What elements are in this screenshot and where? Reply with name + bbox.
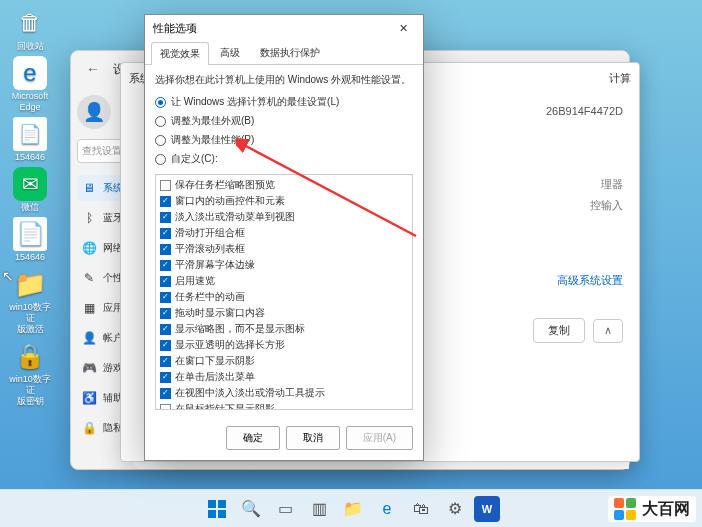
system-title-2: 计算 bbox=[609, 71, 631, 86]
lock-folder-icon[interactable]: 🔒win10数字证 版密钥 bbox=[6, 339, 54, 407]
widgets-icon[interactable]: ▥ bbox=[304, 494, 334, 524]
checkbox-icon bbox=[160, 404, 171, 411]
desktop-icons: 🗑回收站 eMicrosoft Edge 📄154646 ✉微信 📄154646… bbox=[0, 0, 60, 527]
check-label: 显示亚透明的选择长方形 bbox=[175, 338, 285, 352]
checkbox-icon bbox=[160, 228, 171, 239]
edge-taskbar-icon[interactable]: e bbox=[372, 494, 402, 524]
radio-label: 调整为最佳外观(B) bbox=[171, 114, 254, 128]
recycle-bin-icon[interactable]: 🗑回收站 bbox=[6, 6, 54, 52]
perf-check-10[interactable]: 显示亚透明的选择长方形 bbox=[158, 337, 410, 353]
checkbox-icon bbox=[160, 244, 171, 255]
radio-icon bbox=[155, 97, 166, 108]
svg-rect-2 bbox=[218, 500, 226, 508]
radio-icon bbox=[155, 116, 166, 127]
check-label: 启用速览 bbox=[175, 274, 215, 288]
edge-label: Microsoft Edge bbox=[12, 91, 49, 113]
perf-radio-2[interactable]: 调整为最佳性能(P) bbox=[155, 133, 413, 147]
check-label: 拖动时显示窗口内容 bbox=[175, 306, 265, 320]
word-taskbar-icon[interactable]: W bbox=[474, 496, 500, 522]
task-view-icon[interactable]: ▭ bbox=[270, 494, 300, 524]
radio-label: 让 Windows 选择计算机的最佳设置(L) bbox=[171, 95, 339, 109]
expand-chevron-button[interactable]: ∧ bbox=[593, 319, 623, 343]
recycle-bin-label: 回收站 bbox=[17, 41, 44, 52]
back-button[interactable]: ← bbox=[81, 57, 105, 81]
start-button[interactable] bbox=[202, 494, 232, 524]
radio-label: 调整为最佳性能(P) bbox=[171, 133, 254, 147]
check-label: 保存任务栏缩略图预览 bbox=[175, 178, 275, 192]
perf-content: 选择你想在此计算机上使用的 Windows 外观和性能设置。 让 Windows… bbox=[145, 65, 423, 418]
perf-check-2[interactable]: 淡入淡出或滑动菜单到视图 bbox=[158, 209, 410, 225]
perf-check-8[interactable]: 拖动时显示窗口内容 bbox=[158, 305, 410, 321]
check-label: 窗口内的动画控件和元素 bbox=[175, 194, 285, 208]
cancel-button[interactable]: 取消 bbox=[286, 426, 340, 450]
perf-check-11[interactable]: 在窗口下显示阴影 bbox=[158, 353, 410, 369]
perf-description: 选择你想在此计算机上使用的 Windows 外观和性能设置。 bbox=[155, 73, 413, 87]
check-label: 在单击后淡出菜单 bbox=[175, 370, 255, 384]
wechat-label: 微信 bbox=[21, 202, 39, 213]
perf-tab-1[interactable]: 高级 bbox=[211, 41, 249, 64]
perf-radio-0[interactable]: 让 Windows 选择计算机的最佳设置(L) bbox=[155, 95, 413, 109]
nav-icon: 👤 bbox=[81, 330, 97, 346]
perf-close-button[interactable]: ✕ bbox=[391, 19, 415, 37]
checkbox-icon bbox=[160, 388, 171, 399]
check-label: 在视图中淡入淡出或滑动工具提示 bbox=[175, 386, 325, 400]
perf-radio-1[interactable]: 调整为最佳外观(B) bbox=[155, 114, 413, 128]
store-icon[interactable]: 🛍 bbox=[406, 494, 436, 524]
perf-check-14[interactable]: 在鼠标指针下显示阴影 bbox=[158, 401, 410, 410]
search-icon[interactable]: 🔍 bbox=[236, 494, 266, 524]
settings-taskbar-icon[interactable]: ⚙ bbox=[440, 494, 470, 524]
perf-check-13[interactable]: 在视图中淡入淡出或滑动工具提示 bbox=[158, 385, 410, 401]
copy-button[interactable]: 复制 bbox=[533, 318, 585, 343]
perf-checklist[interactable]: 保存任务栏缩略图预览窗口内的动画控件和元素淡入淡出或滑动菜单到视图滑动打开组合框… bbox=[155, 174, 413, 410]
user-avatar[interactable]: 👤 bbox=[77, 95, 111, 129]
perf-check-5[interactable]: 平滑屏幕字体边缘 bbox=[158, 257, 410, 273]
watermark-text: 大百网 bbox=[642, 499, 690, 520]
checkbox-icon bbox=[160, 276, 171, 287]
radio-icon bbox=[155, 154, 166, 165]
perf-check-4[interactable]: 平滑滚动列表框 bbox=[158, 241, 410, 257]
mouse-cursor-icon: ↖ bbox=[2, 268, 14, 284]
wechat-icon[interactable]: ✉微信 bbox=[6, 167, 54, 213]
check-label: 任务栏中的动画 bbox=[175, 290, 245, 304]
perf-check-1[interactable]: 窗口内的动画控件和元素 bbox=[158, 193, 410, 209]
perf-check-6[interactable]: 启用速览 bbox=[158, 273, 410, 289]
edge-browser-icon[interactable]: eMicrosoft Edge bbox=[6, 56, 54, 113]
perf-tabs: 视觉效果高级数据执行保护 bbox=[145, 41, 423, 65]
file-icon-1[interactable]: 📄154646 bbox=[6, 117, 54, 163]
checkbox-icon bbox=[160, 292, 171, 303]
radio-icon bbox=[155, 135, 166, 146]
nav-icon: ▦ bbox=[81, 300, 97, 316]
checkbox-icon bbox=[160, 372, 171, 383]
perf-check-9[interactable]: 显示缩略图，而不是显示图标 bbox=[158, 321, 410, 337]
check-label: 在窗口下显示阴影 bbox=[175, 354, 255, 368]
perf-tab-0[interactable]: 视觉效果 bbox=[151, 42, 209, 65]
svg-rect-1 bbox=[208, 500, 216, 508]
apply-button[interactable]: 应用(A) bbox=[346, 426, 413, 450]
file-icon-2[interactable]: 📄154646 bbox=[6, 217, 54, 263]
nav-icon: 🎮 bbox=[81, 360, 97, 376]
check-label: 在鼠标指针下显示阴影 bbox=[175, 402, 275, 410]
perf-check-7[interactable]: 任务栏中的动画 bbox=[158, 289, 410, 305]
explorer-icon[interactable]: 📁 bbox=[338, 494, 368, 524]
advanced-system-settings-link[interactable]: 高级系统设置 bbox=[557, 274, 623, 286]
checkbox-icon bbox=[160, 356, 171, 367]
check-label: 滑动打开组合框 bbox=[175, 226, 245, 240]
perf-tab-2[interactable]: 数据执行保护 bbox=[251, 41, 329, 64]
nav-icon: 🔒 bbox=[81, 420, 97, 436]
perf-title: 性能选项 bbox=[153, 21, 197, 36]
perf-check-0[interactable]: 保存任务栏缩略图预览 bbox=[158, 177, 410, 193]
perf-check-3[interactable]: 滑动打开组合框 bbox=[158, 225, 410, 241]
check-label: 淡入淡出或滑动菜单到视图 bbox=[175, 210, 295, 224]
folder-label-1: win10数字证 版激活 bbox=[6, 302, 54, 335]
performance-options-dialog: 性能选项 ✕ 视觉效果高级数据执行保护 选择你想在此计算机上使用的 Window… bbox=[144, 14, 424, 461]
radio-label: 自定义(C): bbox=[171, 152, 218, 166]
check-label: 显示缩略图，而不是显示图标 bbox=[175, 322, 305, 336]
perf-check-12[interactable]: 在单击后淡出菜单 bbox=[158, 369, 410, 385]
checkbox-icon bbox=[160, 260, 171, 271]
svg-rect-4 bbox=[218, 510, 226, 518]
ok-button[interactable]: 确定 bbox=[226, 426, 280, 450]
svg-rect-3 bbox=[208, 510, 216, 518]
check-label: 平滑滚动列表框 bbox=[175, 242, 245, 256]
nav-icon: ♿ bbox=[81, 390, 97, 406]
perf-radio-3[interactable]: 自定义(C): bbox=[155, 152, 413, 166]
